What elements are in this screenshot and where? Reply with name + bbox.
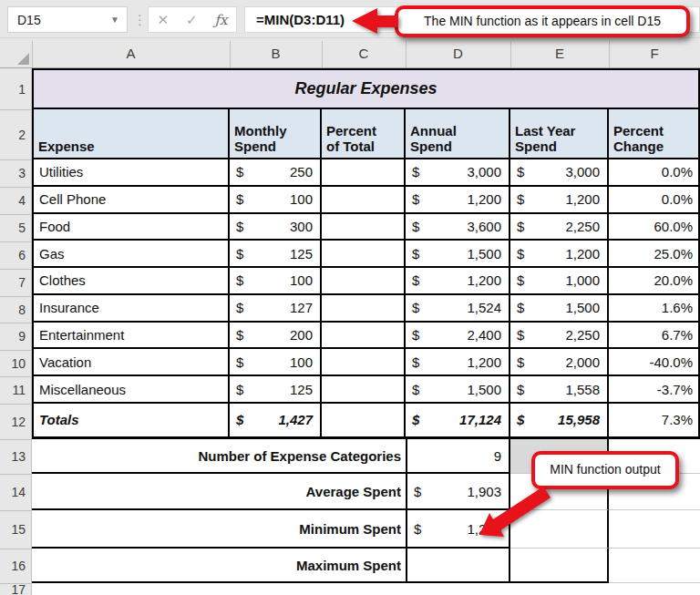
cell-last-year-spend[interactable]: $1,200 xyxy=(510,187,609,214)
column-header-b[interactable]: B xyxy=(230,38,322,67)
cell-monthly-spend[interactable]: $300 xyxy=(230,214,322,241)
row-header-1[interactable]: 1 xyxy=(0,68,32,109)
column-header-a[interactable]: A xyxy=(32,38,230,67)
cell-last-year-spend[interactable]: $1,200 xyxy=(510,241,609,268)
cell-percent-change[interactable]: 0.0% xyxy=(609,159,700,187)
column-header-d[interactable]: D xyxy=(406,38,510,67)
row-header-14[interactable]: 14 xyxy=(0,474,32,510)
cell-percent-change[interactable]: -40.0% xyxy=(609,349,700,376)
cell-monthly-spend[interactable]: $250 xyxy=(230,159,322,187)
column-header-f[interactable]: F xyxy=(609,38,700,67)
row-header-2[interactable]: 2 xyxy=(0,109,32,159)
cell-name-box[interactable]: D15 ▼ xyxy=(7,6,128,33)
cell-expense[interactable]: Miscellaneous xyxy=(32,376,230,404)
cell-annual-spend[interactable]: $1,200 xyxy=(406,349,510,376)
cell-expense[interactable]: Clothes xyxy=(32,268,230,295)
cell-annual-spend[interactable]: $1,500 xyxy=(406,241,510,268)
totals-monthly[interactable]: $ 1,427 xyxy=(230,404,322,439)
header-percent-of-total[interactable]: Percent of Total xyxy=(322,109,406,159)
cell-monthly-spend[interactable]: $125 xyxy=(230,241,322,268)
cell-annual-spend[interactable]: $1,500 xyxy=(406,376,510,404)
totals-last-year[interactable]: $ 15,958 xyxy=(510,404,609,439)
cell-monthly-spend[interactable]: $100 xyxy=(230,268,322,295)
cell-last-year-spend[interactable]: $1,000 xyxy=(510,268,609,295)
totals-label[interactable]: Totals xyxy=(32,404,230,439)
cell-percent-of-total[interactable] xyxy=(322,187,406,214)
cell-percent-change[interactable]: 6.7% xyxy=(609,323,700,350)
cancel-icon[interactable]: ✕ xyxy=(157,12,169,28)
cell-last-year-spend[interactable]: $1,500 xyxy=(510,295,609,323)
cell-expense[interactable]: Food xyxy=(32,214,230,241)
row-header-13[interactable]: 13 xyxy=(0,439,32,474)
summary-label[interactable]: Number of Expense Categories xyxy=(32,439,406,474)
insert-function-icon[interactable]: ƒx xyxy=(215,12,228,28)
cell-percent-of-total[interactable] xyxy=(322,295,406,323)
row-header-12[interactable]: 12 xyxy=(0,404,32,439)
summary-value-cell[interactable]: 9 xyxy=(406,439,510,474)
summary-label[interactable]: Average Spent xyxy=(32,474,406,510)
cell-percent-change[interactable]: -3.7% xyxy=(609,376,700,404)
cell-expense[interactable]: Entertainment xyxy=(32,323,230,350)
cell-percent-change[interactable]: 25.0% xyxy=(609,241,700,268)
cell-expense[interactable]: Utilities xyxy=(32,159,230,187)
summary-value-cell[interactable] xyxy=(406,549,510,583)
chevron-down-icon[interactable]: ▼ xyxy=(110,15,119,25)
row-header-3[interactable]: 3 xyxy=(0,159,32,187)
summary-e-cell[interactable] xyxy=(510,510,609,549)
cell-monthly-spend[interactable]: $127 xyxy=(230,295,322,323)
cell-percent-change[interactable]: 20.0% xyxy=(609,268,700,295)
header-percent-change[interactable]: Percent Change xyxy=(609,109,700,159)
cell-percent-change[interactable]: 60.0% xyxy=(609,214,700,241)
cell-last-year-spend[interactable]: $1,558 xyxy=(510,376,609,404)
select-all-corner[interactable] xyxy=(0,38,32,67)
cell-monthly-spend[interactable]: $100 xyxy=(230,349,322,376)
totals-percent-change[interactable]: 7.3% xyxy=(609,404,700,439)
summary-value-cell[interactable]: $1,903 xyxy=(406,474,510,510)
row-header-15[interactable]: 15 xyxy=(0,510,32,549)
enter-icon[interactable]: ✓ xyxy=(186,12,198,28)
cell-last-year-spend[interactable]: $2,250 xyxy=(510,323,609,350)
cell-expense[interactable]: Vacation xyxy=(32,349,230,376)
row-header-6[interactable]: 6 xyxy=(0,241,32,269)
row-header-8[interactable]: 8 xyxy=(0,296,32,323)
row-header-4[interactable]: 4 xyxy=(0,187,32,214)
cell-percent-of-total[interactable] xyxy=(322,376,406,404)
cell-annual-spend[interactable]: $2,400 xyxy=(406,323,510,350)
header-expense[interactable]: Expense xyxy=(32,109,230,159)
row-header-9[interactable]: 9 xyxy=(0,323,32,350)
header-annual-spend[interactable]: Annual Spend xyxy=(406,109,510,159)
cell-percent-of-total[interactable] xyxy=(322,214,406,241)
cell-annual-spend[interactable]: $1,200 xyxy=(406,268,510,295)
cell-annual-spend[interactable]: $3,000 xyxy=(406,159,510,187)
cell-monthly-spend[interactable]: $125 xyxy=(230,376,322,404)
row-header-16[interactable]: 16 xyxy=(0,549,32,583)
cell-last-year-spend[interactable]: $2,250 xyxy=(510,214,609,241)
row-header-11[interactable]: 11 xyxy=(0,376,32,404)
row-header-10[interactable]: 10 xyxy=(0,350,32,376)
totals-percent-of-total[interactable] xyxy=(322,404,406,439)
summary-value-cell[interactable]: $1,200 xyxy=(406,510,510,549)
row-header-7[interactable]: 7 xyxy=(0,269,32,296)
header-last-year-spend[interactable]: Last Year Spend xyxy=(510,109,609,159)
summary-label[interactable]: Minimum Spent xyxy=(32,510,406,549)
cell-monthly-spend[interactable]: $100 xyxy=(230,187,322,214)
cell-annual-spend[interactable]: $3,600 xyxy=(406,214,510,241)
header-monthly-spend[interactable]: Monthly Spend xyxy=(230,109,322,159)
cell-percent-of-total[interactable] xyxy=(322,268,406,295)
cell-last-year-spend[interactable]: $3,000 xyxy=(510,159,609,187)
cell-percent-of-total[interactable] xyxy=(322,323,406,350)
cell-expense[interactable]: Gas xyxy=(32,241,230,268)
cell-percent-of-total[interactable] xyxy=(322,349,406,376)
totals-annual[interactable]: $ 17,124 xyxy=(406,404,510,439)
cell-monthly-spend[interactable]: $200 xyxy=(230,323,322,350)
cell-annual-spend[interactable]: $1,524 xyxy=(406,295,510,323)
cell-last-year-spend[interactable]: $2,000 xyxy=(510,349,609,376)
summary-label[interactable]: Maximum Spent xyxy=(32,549,406,583)
cell-percent-change[interactable]: 1.6% xyxy=(609,295,700,323)
table-title-cell[interactable]: Regular Expenses xyxy=(32,68,700,109)
column-header-c[interactable]: C xyxy=(322,38,406,67)
cell-percent-change[interactable]: 0.0% xyxy=(609,187,700,214)
cell-expense[interactable]: Insurance xyxy=(32,295,230,323)
row-header-5[interactable]: 5 xyxy=(0,214,32,241)
column-header-e[interactable]: E xyxy=(510,38,609,67)
